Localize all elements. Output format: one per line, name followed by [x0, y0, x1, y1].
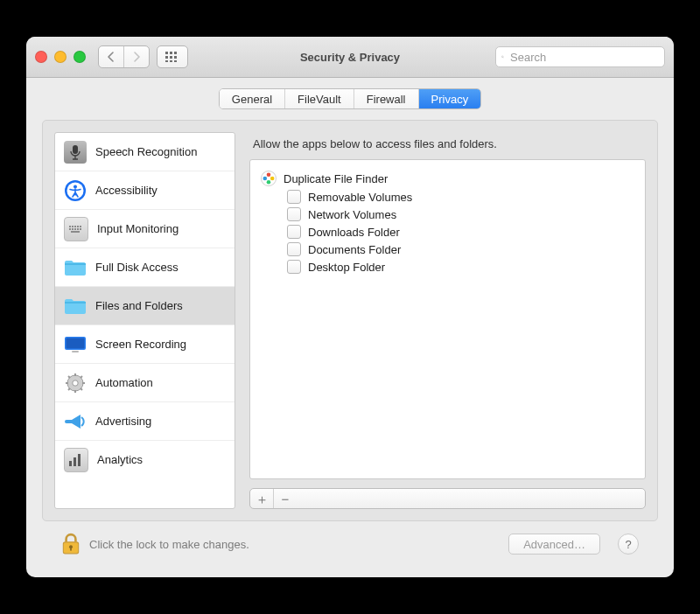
- svg-rect-2: [174, 52, 177, 54]
- checkbox[interactable]: [287, 260, 301, 274]
- sidebar-item-screen-recording[interactable]: Screen Recording: [55, 325, 234, 364]
- sidebar-item-automation[interactable]: Automation: [55, 364, 234, 402]
- bars-icon: [64, 448, 88, 472]
- zoom-icon[interactable]: [74, 51, 86, 63]
- forward-button[interactable]: [124, 46, 149, 67]
- svg-rect-45: [74, 457, 76, 466]
- svg-rect-8: [174, 60, 177, 62]
- svg-point-48: [267, 173, 271, 178]
- svg-point-9: [501, 56, 503, 58]
- permission-row[interactable]: Removable Volumes: [261, 188, 634, 206]
- permission-row[interactable]: Documents Folder: [261, 241, 634, 258]
- sidebar-item-input-monitoring[interactable]: Input Monitoring: [55, 210, 234, 248]
- svg-rect-20: [74, 226, 76, 227]
- permission-row[interactable]: Network Volumes: [261, 206, 634, 223]
- permission-label: Removable Volumes: [308, 191, 412, 204]
- sidebar-item-accessibility[interactable]: Accessibility: [55, 171, 234, 210]
- checkbox[interactable]: [287, 190, 301, 204]
- sidebar-item-label: Automation: [95, 376, 153, 389]
- minimize-icon[interactable]: [54, 51, 66, 63]
- svg-point-51: [263, 177, 268, 181]
- svg-point-49: [270, 177, 275, 181]
- sidebar-item-analytics[interactable]: Analytics: [55, 441, 234, 478]
- lock-hint-text: Click the lock to make changes.: [89, 538, 249, 551]
- search-field[interactable]: [495, 46, 665, 67]
- help-button[interactable]: ?: [618, 534, 639, 555]
- svg-rect-26: [77, 228, 79, 230]
- svg-point-35: [73, 380, 78, 385]
- privacy-panel: Speech Recognition Accessibility Input M…: [42, 120, 658, 521]
- svg-rect-11: [73, 145, 78, 154]
- show-all-button[interactable]: [157, 45, 188, 68]
- svg-rect-27: [80, 228, 81, 230]
- remove-button[interactable]: −: [274, 489, 297, 508]
- sidebar-item-label: Full Disk Access: [95, 261, 178, 274]
- sidebar-item-files-and-folders[interactable]: Files and Folders: [55, 287, 234, 325]
- tab-firewall[interactable]: Firewall: [354, 89, 419, 108]
- display-icon: [64, 333, 87, 356]
- app-permission-list[interactable]: Duplicate File Finder Removable Volumes …: [249, 159, 646, 479]
- svg-rect-18: [69, 226, 71, 227]
- svg-rect-5: [174, 56, 177, 59]
- content: Speech Recognition Accessibility Input M…: [26, 120, 674, 577]
- permission-label: Desktop Folder: [308, 261, 385, 274]
- advanced-button[interactable]: Advanced…: [508, 534, 600, 555]
- search-icon: [501, 52, 504, 62]
- svg-rect-0: [165, 52, 168, 54]
- tab-general[interactable]: General: [220, 89, 285, 108]
- svg-rect-46: [78, 454, 80, 466]
- folder-icon: [64, 256, 87, 279]
- sidebar-item-label: Accessibility: [95, 184, 158, 197]
- svg-point-50: [267, 180, 271, 185]
- privacy-category-list[interactable]: Speech Recognition Accessibility Input M…: [54, 132, 235, 509]
- preferences-window: Security & Privacy General FileVault Fir…: [26, 37, 674, 577]
- detail-pane: Allow the apps below to access files and…: [249, 132, 646, 509]
- svg-rect-19: [72, 226, 74, 227]
- checkbox[interactable]: [287, 225, 301, 239]
- tab-privacy[interactable]: Privacy: [419, 89, 481, 108]
- sidebar-item-label: Speech Recognition: [95, 145, 197, 158]
- svg-rect-24: [72, 228, 74, 230]
- microphone-icon: [64, 141, 87, 164]
- tabs: General FileVault Firewall Privacy: [219, 88, 481, 109]
- svg-rect-21: [77, 226, 79, 227]
- permission-row[interactable]: Desktop Folder: [261, 258, 634, 276]
- permission-label: Documents Folder: [308, 243, 401, 256]
- svg-rect-29: [65, 263, 86, 265]
- keyboard-icon: [64, 217, 88, 241]
- nav-back-forward: [98, 45, 150, 68]
- svg-line-42: [80, 376, 82, 378]
- add-remove-buttons: ＋ −: [249, 488, 646, 509]
- sidebar-item-full-disk-access[interactable]: Full Disk Access: [55, 248, 234, 287]
- detail-heading: Allow the apps below to access files and…: [253, 137, 644, 150]
- svg-rect-25: [74, 228, 76, 230]
- accessibility-icon: [64, 179, 87, 202]
- sidebar-item-label: Input Monitoring: [97, 222, 178, 235]
- svg-rect-22: [80, 226, 81, 227]
- permission-row[interactable]: Downloads Folder: [261, 223, 634, 241]
- add-button[interactable]: ＋: [250, 489, 274, 508]
- app-icon: [261, 171, 276, 186]
- svg-line-41: [80, 388, 82, 390]
- megaphone-icon: [64, 410, 87, 433]
- checkbox[interactable]: [287, 207, 301, 221]
- svg-rect-44: [69, 461, 72, 466]
- svg-rect-30: [65, 302, 86, 304]
- tab-filevault[interactable]: FileVault: [285, 89, 354, 108]
- sidebar-item-advertising[interactable]: Advertising: [55, 402, 234, 441]
- svg-rect-6: [165, 60, 168, 62]
- titlebar: Security & Privacy: [26, 37, 674, 78]
- lock-icon[interactable]: [61, 533, 80, 555]
- sidebar-item-speech-recognition[interactable]: Speech Recognition: [55, 133, 234, 171]
- svg-rect-7: [170, 60, 172, 62]
- permission-label: Downloads Folder: [308, 226, 400, 239]
- checkbox[interactable]: [287, 242, 301, 256]
- close-icon[interactable]: [35, 51, 47, 63]
- svg-rect-1: [170, 52, 172, 54]
- sidebar-item-label: Files and Folders: [95, 299, 183, 312]
- svg-rect-4: [170, 56, 172, 59]
- permission-label: Network Volumes: [308, 208, 396, 221]
- search-input[interactable]: [508, 50, 659, 65]
- back-button[interactable]: [99, 46, 124, 67]
- app-row[interactable]: Duplicate File Finder: [261, 169, 634, 188]
